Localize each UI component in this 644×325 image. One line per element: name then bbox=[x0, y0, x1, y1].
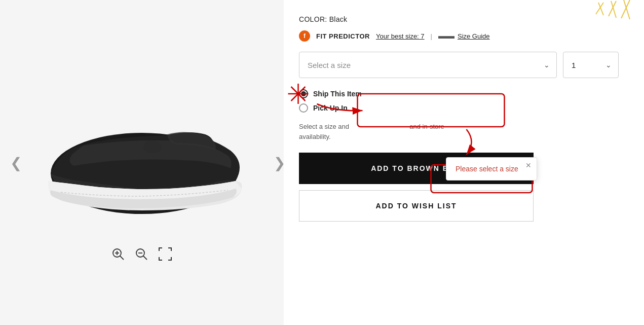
zoom-out-button[interactable] bbox=[135, 247, 148, 261]
svg-line-8 bbox=[598, 3, 603, 15]
product-image bbox=[33, 75, 251, 237]
size-error-tooltip: Please select a size ✕ bbox=[446, 157, 537, 180]
qty-select-wrapper: 1 2 3 4 ⌄ bbox=[563, 52, 619, 78]
tooltip-text: Please select a size bbox=[456, 165, 518, 173]
ship-option[interactable]: Ship This Item bbox=[299, 89, 619, 98]
availability-text: Select a size and and in-storeavailabili… bbox=[299, 122, 517, 141]
pickup-label: Pick Up In bbox=[313, 104, 348, 112]
color-label: COLOR: Black bbox=[299, 15, 619, 23]
divider-pipe: | bbox=[431, 32, 432, 40]
tooltip-close-button[interactable]: ✕ bbox=[525, 162, 532, 169]
ship-label: Ship This Item bbox=[313, 90, 362, 98]
pickup-option[interactable]: Pick Up In bbox=[299, 103, 619, 113]
selectors-row: Select a size 6 6.5 7 7.5 8 8.5 9 9.5 10… bbox=[299, 52, 619, 78]
svg-line-7 bbox=[143, 256, 147, 260]
page-container: ❮ ❯ bbox=[0, 0, 644, 325]
image-controls bbox=[111, 247, 172, 261]
pickup-radio[interactable] bbox=[299, 103, 308, 113]
details-panel: COLOR: Black f FIT PREDICTOR Your best s… bbox=[284, 0, 644, 325]
qty-select[interactable]: 1 2 3 4 bbox=[563, 52, 619, 78]
prev-image-button[interactable]: ❮ bbox=[5, 149, 27, 176]
ship-radio[interactable] bbox=[299, 89, 308, 98]
svg-line-19 bbox=[291, 87, 298, 94]
fit-predictor-icon: f bbox=[299, 30, 310, 42]
fit-predictor-text[interactable]: FIT PREDICTOR bbox=[316, 32, 370, 40]
svg-line-9 bbox=[596, 3, 603, 14]
ruler-icon: ▬▬ bbox=[438, 31, 454, 41]
size-guide-row[interactable]: ▬▬ Size Guide bbox=[438, 31, 490, 41]
zoom-in-button[interactable] bbox=[111, 247, 125, 261]
svg-line-12 bbox=[624, 0, 630, 19]
shipping-options: Ship This Item Pick Up In bbox=[299, 89, 619, 113]
image-panel: ❮ ❯ bbox=[0, 0, 284, 325]
svg-line-4 bbox=[120, 256, 124, 260]
expand-button[interactable] bbox=[158, 247, 172, 261]
fit-predictor-row: f FIT PREDICTOR Your best size: 7 | ▬▬ S… bbox=[299, 30, 619, 42]
size-guide-link[interactable]: Size Guide bbox=[458, 32, 490, 40]
size-select-wrapper: Select a size 6 6.5 7 7.5 8 8.5 9 9.5 10… bbox=[299, 52, 557, 78]
size-select[interactable]: Select a size 6 6.5 7 7.5 8 8.5 9 9.5 10 bbox=[299, 52, 557, 78]
svg-line-17 bbox=[291, 94, 298, 101]
add-to-wishlist-button[interactable]: ADD TO WISH LIST bbox=[299, 190, 534, 222]
best-size-link[interactable]: Your best size: 7 bbox=[376, 32, 425, 40]
svg-line-13 bbox=[621, 0, 630, 18]
svg-line-11 bbox=[609, 1, 616, 16]
